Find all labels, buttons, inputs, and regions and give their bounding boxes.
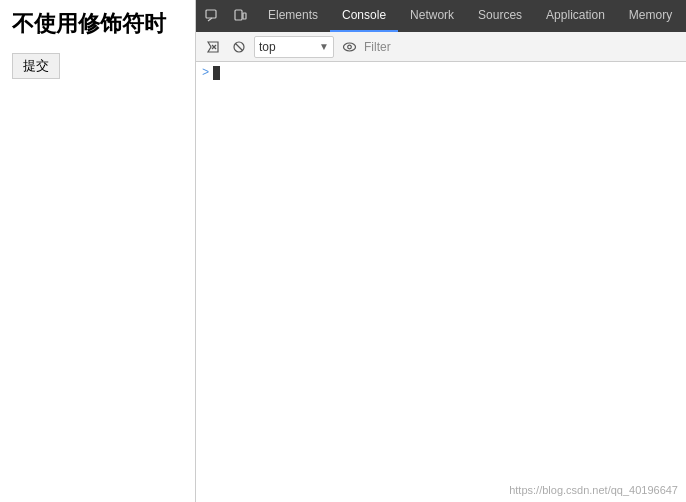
tab-console[interactable]: Console — [330, 0, 398, 32]
submit-button[interactable]: 提交 — [12, 53, 60, 79]
filter-input[interactable] — [395, 36, 680, 58]
svg-marker-4 — [208, 42, 218, 52]
devtools-tabs: Elements Console Network Sources Applica… — [256, 0, 684, 32]
svg-point-10 — [347, 45, 351, 49]
tab-sources[interactable]: Sources — [466, 0, 534, 32]
svg-rect-0 — [206, 10, 216, 18]
svg-rect-2 — [235, 10, 242, 20]
devtools-icon-group — [196, 4, 256, 28]
chevron-down-icon: ▼ — [319, 41, 329, 52]
inspect-icon-button[interactable] — [200, 4, 224, 28]
svg-line-8 — [236, 43, 243, 50]
devtools-panel: Elements Console Network Sources Applica… — [196, 0, 686, 502]
console-clear-button[interactable] — [202, 36, 224, 58]
context-selector-value: top — [259, 40, 317, 54]
tab-memory[interactable]: Memory — [617, 0, 684, 32]
watermark: https://blog.csdn.net/qq_40196647 — [509, 484, 678, 496]
svg-point-9 — [343, 43, 355, 51]
device-toggle-icon-button[interactable] — [228, 4, 252, 28]
devtools-toolbar: top ▼ Filter — [196, 32, 686, 62]
context-selector[interactable]: top ▼ — [254, 36, 334, 58]
devtools-content: > https://blog.csdn.net/qq_40196647 — [196, 62, 686, 502]
console-arrow-icon: > — [202, 66, 209, 80]
filter-label: Filter — [364, 40, 391, 54]
console-cursor — [213, 66, 220, 80]
tab-elements[interactable]: Elements — [256, 0, 330, 32]
eye-icon-button[interactable] — [338, 36, 360, 58]
devtools-tabbar: Elements Console Network Sources Applica… — [196, 0, 686, 32]
console-prompt-line: > — [196, 62, 686, 84]
tab-application[interactable]: Application — [534, 0, 617, 32]
console-stop-button[interactable] — [228, 36, 250, 58]
svg-rect-3 — [243, 13, 246, 19]
page-title: 不使用修饰符时 — [12, 10, 183, 39]
tab-network[interactable]: Network — [398, 0, 466, 32]
webpage-panel: 不使用修饰符时 提交 — [0, 0, 195, 502]
